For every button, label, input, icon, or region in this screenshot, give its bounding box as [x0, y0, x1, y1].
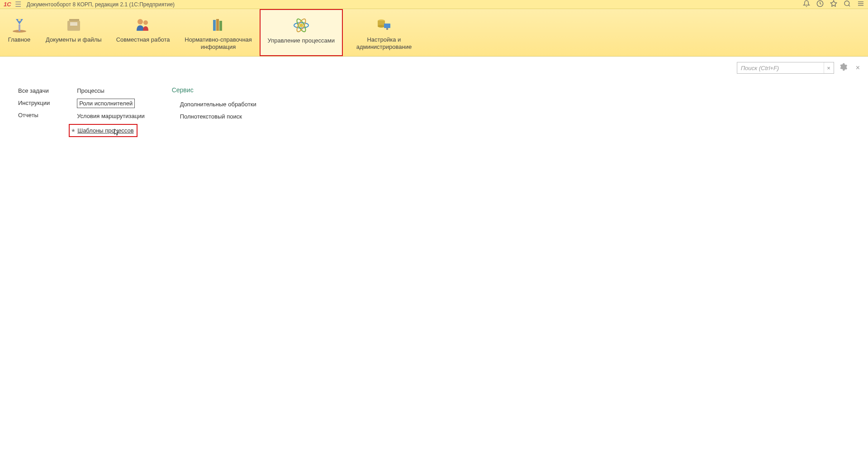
nav-label: Совместная работа: [116, 36, 170, 43]
bell-icon[interactable]: [803, 0, 810, 9]
svg-marker-1: [830, 0, 836, 6]
app-logo: 1С: [4, 1, 11, 8]
nav-label: Настройка и администрирование: [350, 36, 418, 50]
people-icon: [133, 15, 152, 33]
menu-routing-conditions[interactable]: Условия маршрутизации: [77, 112, 144, 120]
svg-rect-26: [384, 24, 390, 28]
hamburger-icon[interactable]: ☰: [15, 0, 21, 9]
svg-rect-18: [219, 21, 222, 31]
folder-files-icon: [64, 15, 83, 33]
menu-column-1: Все задачи Инструкции Отчеты: [18, 86, 50, 137]
nav-label: Главное: [8, 36, 31, 43]
favorite-star-icon[interactable]: ★: [71, 128, 76, 133]
nav-reference[interactable]: Нормативно-справочная информация: [177, 9, 260, 56]
gear-settings-icon[interactable]: [839, 62, 848, 74]
menu-additional-processing[interactable]: Дополнительные обработки: [180, 100, 256, 109]
svg-line-3: [849, 5, 850, 6]
title-actions: [803, 0, 864, 9]
history-icon[interactable]: [816, 0, 824, 9]
menu-column-2: Процессы Роли исполнителей Условия маршр…: [77, 86, 144, 137]
svg-point-9: [18, 19, 21, 21]
highlighted-templates-row: ★ Шаблоны процессов: [69, 124, 137, 137]
search-input[interactable]: [737, 63, 824, 73]
svg-rect-13: [70, 24, 77, 25]
nav-label: Нормативно-справочная информация: [185, 36, 252, 50]
content-header: × ×: [0, 57, 868, 77]
title-bar: 1С ☰ Документооборот 8 КОРП, редакция 2.…: [0, 0, 868, 9]
books-icon: [209, 15, 228, 33]
svg-rect-8: [19, 24, 20, 31]
service-heading: Сервис: [172, 86, 256, 94]
nav-process-management[interactable]: Управление процессами: [260, 9, 343, 56]
svg-rect-10: [67, 21, 80, 31]
menu-process-templates[interactable]: Шаблоны процессов: [77, 126, 133, 135]
svg-rect-27: [386, 28, 388, 30]
star-icon[interactable]: [830, 0, 837, 9]
nav-label: Управление процессами: [268, 37, 335, 44]
process-atom-icon: [292, 16, 311, 34]
search-icon[interactable]: [844, 0, 851, 9]
nav-label: Документы и файлы: [46, 36, 102, 43]
search-clear-button[interactable]: ×: [824, 62, 834, 73]
svg-rect-16: [213, 20, 216, 31]
menu-executor-roles[interactable]: Роли исполнителей: [77, 99, 135, 108]
menu-lines-icon[interactable]: [857, 0, 864, 9]
close-panel-button[interactable]: ×: [856, 64, 860, 72]
svg-rect-12: [70, 23, 77, 24]
menu-instructions[interactable]: Инструкции: [18, 99, 50, 107]
svg-rect-11: [69, 19, 79, 21]
search-box: ×: [737, 62, 834, 74]
menu-processes[interactable]: Процессы: [77, 86, 144, 95]
svg-rect-17: [216, 19, 219, 31]
menu-fulltext-search[interactable]: Полнотекстовый поиск: [180, 112, 256, 121]
nav-collaboration[interactable]: Совместная работа: [109, 9, 177, 56]
svg-point-22: [299, 24, 303, 27]
app-title: Документооборот 8 КОРП, редакция 2.1 (1С…: [27, 1, 803, 8]
menu-all-tasks[interactable]: Все задачи: [18, 86, 50, 95]
svg-point-14: [138, 19, 143, 24]
nav-main[interactable]: Главное: [0, 9, 38, 56]
server-monitor-icon: [375, 15, 394, 33]
cursor-icon: [113, 128, 120, 138]
svg-point-2: [844, 1, 849, 6]
nav-settings[interactable]: Настройка и администрирование: [343, 9, 425, 56]
svg-point-25: [378, 25, 385, 28]
svg-point-15: [143, 20, 148, 25]
menu-columns: Все задачи Инструкции Отчеты Процессы Ро…: [0, 77, 868, 146]
main-nav: Главное Документы и файлы Совместная раб…: [0, 9, 868, 57]
menu-column-3: Сервис Дополнительные обработки Полнотек…: [172, 86, 256, 137]
menu-reports[interactable]: Отчеты: [18, 111, 50, 119]
desk-lamp-icon: [10, 15, 29, 33]
nav-documents[interactable]: Документы и файлы: [38, 9, 109, 56]
